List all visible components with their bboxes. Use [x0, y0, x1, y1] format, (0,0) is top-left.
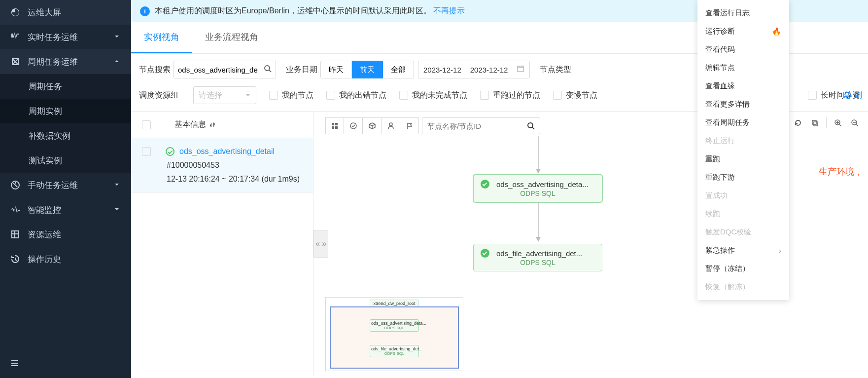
ctx-set-success: 置成功	[697, 187, 789, 205]
item-time: 12-13 20:16:24 ~ 20:17:34 (dur 1m9s)	[142, 175, 305, 184]
sidebar-item-resource[interactable]: 资源运维	[0, 222, 131, 247]
copy-icon[interactable]	[809, 117, 820, 128]
info-icon: i	[140, 6, 150, 16]
refresh-button[interactable]: 刷	[843, 90, 862, 101]
svg-point-3	[389, 123, 392, 126]
chevron-down-icon	[113, 33, 121, 41]
sidebar-item-monitor[interactable]: 智能监控	[0, 197, 131, 222]
ctx-emergency[interactable]: 紧急操作›	[697, 241, 789, 260]
zoom-in-icon[interactable]	[833, 117, 843, 128]
ctx-continue: 续跑	[697, 205, 789, 223]
sidebar-item-fill-instance[interactable]: 补数据实例	[0, 123, 131, 148]
instance-list: 基本信息 ods_oss_advertising_detail #1000005…	[131, 112, 313, 376]
tab-instance-view[interactable]: 实例视角	[131, 22, 192, 53]
banner-text: 本租户使用的调度时区为Europe/Berlin，运维中心显示的时间默认采用此时…	[155, 6, 431, 16]
sidebar-item-history[interactable]: 操作历史	[0, 247, 131, 271]
dag-node[interactable]: ods_oss_advertising_deta... ODPS SQL	[473, 175, 602, 202]
svg-rect-6	[814, 122, 818, 126]
select-placeholder: 请选择	[199, 90, 222, 101]
ctx-rerun[interactable]: 重跑	[697, 150, 789, 168]
list-header-label[interactable]: 基本信息	[174, 119, 216, 130]
ctx-view-lineage[interactable]: 查看血缘	[697, 77, 789, 95]
search-icon[interactable]	[527, 122, 535, 130]
ctx-pause[interactable]: 暂停（冻结）	[697, 260, 789, 278]
node-search-input[interactable]	[178, 66, 264, 74]
sidebar-item-manual[interactable]: 手动任务运维	[0, 173, 131, 197]
cycle-icon	[10, 56, 21, 67]
list-item[interactable]: ods_oss_advertising_detail #10000050453 …	[131, 138, 313, 193]
sidebar-item-realtime[interactable]: 实时任务运维	[0, 25, 131, 49]
zoom-out-icon[interactable]	[849, 117, 860, 128]
chevron-up-icon	[113, 58, 121, 66]
ctx-run-diagnose[interactable]: 运行诊断🔥	[697, 22, 789, 40]
svg-rect-5	[812, 120, 816, 124]
item-name[interactable]: ods_oss_advertising_detail	[179, 147, 275, 156]
date-range-picker[interactable]: 2023-12-12 2023-12-12	[418, 61, 530, 78]
menu-toggle-icon[interactable]	[10, 358, 20, 370]
check-icon[interactable]	[344, 117, 363, 134]
sidebar-item-cycle-instance[interactable]: 周期实例	[0, 99, 131, 123]
realtime-icon	[10, 32, 21, 42]
sidebar-label: 运维大屏	[28, 7, 121, 18]
resource-group-select[interactable]: 请选择	[193, 86, 256, 104]
ctx-view-log[interactable]: 查看运行日志	[697, 4, 789, 22]
dag-toolbar	[325, 117, 419, 134]
sidebar-label: 实时任务运维	[28, 32, 113, 43]
node-subtitle: ODPS SQL	[520, 189, 556, 197]
sidebar-label: 智能监控	[28, 204, 113, 216]
chk-my-error-nodes[interactable]: 我的出错节点	[326, 90, 386, 101]
ctx-rerun-downstream[interactable]: 重跑下游	[697, 168, 789, 187]
ctx-view-more[interactable]: 查看更多详情	[697, 95, 789, 113]
date-from: 2023-12-12	[423, 66, 461, 74]
cube-icon[interactable]	[363, 117, 382, 134]
ctx-edit-node[interactable]: 编辑节点	[697, 59, 789, 77]
minimap-node: ods_oss_advertising_deta...ODPS SQL	[370, 319, 419, 332]
user-icon[interactable]	[382, 117, 400, 134]
ctx-terminate: 终止运行	[697, 132, 789, 150]
sidebar-item-test-instance[interactable]: 测试实例	[0, 148, 131, 173]
btn-day-before[interactable]: 前天	[352, 61, 383, 78]
dag-minimap[interactable]: xtrend_dw_prod_root虚拟节点 ods_oss_advertis…	[325, 297, 463, 371]
select-all-checkbox[interactable]	[142, 120, 151, 129]
grid-view-icon[interactable]	[325, 117, 344, 134]
ctx-view-code[interactable]: 查看代码	[697, 40, 789, 59]
sort-icon[interactable]	[209, 121, 216, 128]
svg-point-4	[528, 123, 533, 128]
chevron-down-icon	[113, 206, 121, 214]
item-checkbox[interactable]	[142, 147, 151, 156]
status-success-icon	[166, 147, 174, 156]
environment-badge: 生产环境，	[819, 166, 863, 178]
calendar-icon	[517, 65, 524, 75]
dashboard-icon	[10, 7, 21, 18]
chk-rerun-nodes[interactable]: 重跑过的节点	[480, 90, 540, 101]
history-icon	[10, 254, 21, 265]
dag-search[interactable]	[422, 117, 540, 134]
collapse-handle[interactable]: « »	[313, 230, 328, 258]
node-search-input-wrap[interactable]	[174, 61, 276, 78]
chk-my-unfinished[interactable]: 我的未完成节点	[399, 90, 467, 101]
status-success-icon	[481, 249, 489, 258]
chk-slow-nodes[interactable]: 变慢节点	[553, 90, 597, 101]
dag-node[interactable]: ods_file_advertising_det... ODPS SQL	[473, 244, 602, 271]
status-success-icon	[481, 180, 489, 189]
banner-dismiss-link[interactable]: 不再提示	[433, 6, 465, 16]
btn-all[interactable]: 全部	[383, 61, 414, 78]
chevron-down-icon	[113, 181, 121, 189]
btn-yesterday[interactable]: 昨天	[320, 61, 352, 78]
chk-my-nodes[interactable]: 我的节点	[269, 90, 313, 101]
tab-workflow-view[interactable]: 业务流程视角	[192, 22, 271, 53]
svg-rect-1	[518, 66, 523, 72]
flag-icon[interactable]	[400, 117, 419, 134]
ctx-trigger-dqc: 触发DQC校验	[697, 223, 789, 241]
sidebar-item-dashboard[interactable]: 运维大屏	[0, 0, 131, 25]
context-menu: 查看运行日志 运行诊断🔥 查看代码 编辑节点 查看血缘 查看更多详情 查看周期任…	[697, 0, 789, 300]
sidebar-item-cycle[interactable]: 周期任务运维	[0, 49, 131, 74]
minimap-node: ods_file_advertising_det...ODPS SQL	[370, 345, 419, 357]
ctx-view-cycle-task[interactable]: 查看周期任务	[697, 113, 789, 132]
sidebar-item-cycle-task[interactable]: 周期任务	[0, 74, 131, 99]
sidebar-label: 资源运维	[28, 229, 121, 240]
search-icon[interactable]	[264, 65, 272, 75]
refresh-icon[interactable]	[793, 117, 803, 128]
dag-search-input[interactable]	[427, 122, 527, 130]
minimap-viewport[interactable]: ods_oss_advertising_deta...ODPS SQL ods_…	[330, 306, 459, 369]
